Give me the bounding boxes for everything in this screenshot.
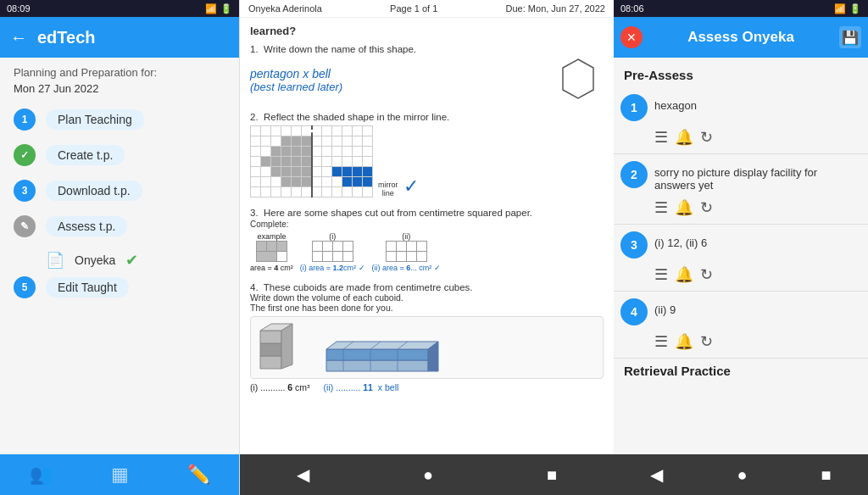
step-3-label: Download t.p. [46, 181, 142, 201]
pre-assess-label: Pre-Assess [614, 64, 868, 89]
q1-annotation: pentagon x bell [250, 67, 331, 81]
middle-header: Onyeka Aderinola Page 1 of 1 Due: Mon, J… [240, 0, 614, 18]
q2-text: 2. Reflect the shaded shape in the mirro… [250, 112, 604, 122]
q2-checkmark: ✓ [403, 175, 419, 197]
question-4: 4. These cuboids are made from centimetr… [250, 282, 604, 392]
question-1: 1. Write down the name of this shape. pe… [250, 44, 604, 102]
answer-2-actions: ☰ 🔔 ↻ [614, 197, 868, 222]
shape-ii-label: (ii) [402, 232, 410, 241]
back-icon[interactable]: ← [10, 28, 27, 47]
left-status-bar: 08:09 📶 🔋 [0, 0, 239, 17]
right-panel: 08:06 📶 🔋 ✕ Assess Onyeka 💾 Pre-Assess 1… [614, 0, 868, 495]
right-back-icon[interactable]: ◀ [650, 464, 663, 485]
svg-marker-6 [326, 360, 428, 371]
answer-1-refresh-icon[interactable]: ↻ [700, 128, 713, 147]
q3-text: 3. Here are some shapes cut out from cen… [250, 208, 604, 218]
right-header: ✕ Assess Onyeka 💾 [614, 17, 868, 58]
q1-best-learned: (best learned later) [250, 81, 342, 93]
example-area: area = 4 cm² [250, 264, 293, 272]
cuboids-area [250, 316, 604, 379]
step-4-circle: ✎ [14, 215, 36, 237]
answer-2-refresh-icon[interactable]: ↻ [700, 198, 713, 217]
worksheet-title: learned? [250, 25, 604, 37]
right-bottom-nav: ◀ ● ■ [614, 454, 868, 495]
step-assess-tp[interactable]: ✎ Assess t.p. [14, 215, 225, 237]
right-status-bar: 08:06 📶 🔋 [614, 0, 868, 17]
student-check-icon: ✔ [125, 251, 138, 270]
q4-vol-ii: (ii) .......... 11 x bell [324, 382, 399, 392]
left-time: 08:09 [7, 3, 31, 14]
q4-volumes: (i) .......... 6 cm³ (ii) .......... 11 … [250, 382, 604, 392]
answer-3-text: (i) 12, (ii) 6 [654, 231, 861, 249]
student-file-icon: 📄 [46, 251, 64, 270]
right-home-icon[interactable]: ● [737, 465, 747, 485]
step-1-circle: 1 [14, 108, 36, 131]
q4-text: 4. These cuboids are made from centimetr… [250, 282, 604, 292]
answer-3-list-icon[interactable]: ☰ [654, 265, 668, 284]
middle-content[interactable]: learned? 1. Write down the name of this … [240, 18, 614, 454]
middle-home-icon[interactable]: ● [423, 465, 433, 485]
answer-row-3: 3 (i) 12, (ii) 6 [614, 226, 868, 264]
due-date: Due: Mon, Jun 27, 2022 [506, 3, 605, 14]
answer-row-2: 2 sorry no picture display facility for … [614, 156, 868, 197]
close-button[interactable]: ✕ [620, 26, 643, 48]
answer-3-bell-icon[interactable]: 🔔 [675, 265, 693, 284]
answer-3-actions: ☰ 🔔 ↻ [614, 264, 868, 289]
answer-1-bell-icon[interactable]: 🔔 [675, 128, 693, 147]
step-1-label: Plan Teaching [46, 109, 144, 130]
middle-square-icon[interactable]: ■ [547, 465, 557, 485]
right-time: 08:06 [620, 3, 644, 14]
middle-panel: Onyeka Aderinola Page 1 of 1 Due: Mon, J… [240, 0, 614, 495]
answer-4-bell-icon[interactable]: 🔔 [675, 332, 693, 351]
answer-1-text: hexagon [654, 94, 861, 112]
step-5-label: Edit Taught [46, 277, 129, 298]
edit-nav-icon[interactable]: ✏️ [187, 464, 210, 486]
left-status-icons: 📶 🔋 [205, 3, 232, 14]
example-label: example [257, 232, 286, 241]
mirror-grid [250, 125, 373, 197]
shape-ii: (ii) [372, 232, 441, 272]
layout-nav-icon[interactable]: ▦ [111, 464, 129, 486]
right-status-icons: 📶 🔋 [834, 3, 861, 14]
answer-1-list-icon[interactable]: ☰ [654, 128, 668, 147]
right-title: Assess Onyeka [649, 29, 832, 46]
example-grid [256, 241, 287, 262]
step-download-tp[interactable]: 3 Download t.p. [14, 180, 225, 202]
right-content: Pre-Assess 1 hexagon ☰ 🔔 ↻ 2 sorry no pi… [614, 58, 868, 454]
step-5-circle: 5 [14, 276, 36, 298]
svg-marker-0 [563, 59, 593, 98]
shape-i-area: (i) area = 1.2cm² ✓ [300, 264, 365, 272]
answer-3-refresh-icon[interactable]: ↻ [700, 265, 713, 284]
left-panel: 08:09 📶 🔋 ← edTech Planning and Preparat… [0, 0, 240, 495]
answer-2-bell-icon[interactable]: 🔔 [675, 198, 693, 217]
svg-marker-2 [260, 343, 281, 356]
answer-4-circle: 4 [620, 298, 648, 325]
step-plan-teaching[interactable]: 1 Plan Teaching [14, 108, 225, 131]
answer-2-list-icon[interactable]: ☰ [654, 198, 668, 217]
page-info: Page 1 of 1 [390, 3, 437, 14]
date-text: Mon 27 Jun 2022 [14, 82, 225, 95]
shape-i-grid [312, 241, 353, 262]
step-edit-taught[interactable]: 5 Edit Taught [14, 276, 225, 298]
q4-sub1: Write down the volume of each cuboid. [250, 292, 604, 303]
step-create-tp[interactable]: ✓ Create t.p. [14, 144, 225, 166]
people-nav-icon[interactable]: 👥 [30, 464, 53, 486]
divider-3 [614, 291, 868, 292]
middle-back-icon[interactable]: ◀ [297, 464, 309, 485]
step-3-circle: 3 [14, 180, 36, 202]
q3-complete: Complete: [250, 220, 604, 229]
left-content: Planning and Preparation for: Mon 27 Jun… [0, 58, 239, 454]
shape-i-label: (i) [329, 232, 336, 241]
student-full-name: Onyeka Aderinola [248, 3, 322, 14]
student-row: 📄 Onyeka ✔ [46, 251, 225, 270]
shapes-row: example area = 4 [250, 232, 604, 272]
right-square-icon[interactable]: ■ [821, 465, 831, 485]
answer-4-list-icon[interactable]: ☰ [654, 332, 668, 351]
student-name: Onyeka [75, 253, 115, 267]
answer-4-refresh-icon[interactable]: ↻ [700, 332, 713, 351]
svg-marker-8 [326, 342, 438, 349]
answer-2-circle: 2 [620, 161, 648, 188]
question-3: 3. Here are some shapes cut out from cen… [250, 208, 604, 272]
save-button[interactable]: 💾 [839, 26, 861, 48]
app-title: edTech [37, 28, 96, 47]
